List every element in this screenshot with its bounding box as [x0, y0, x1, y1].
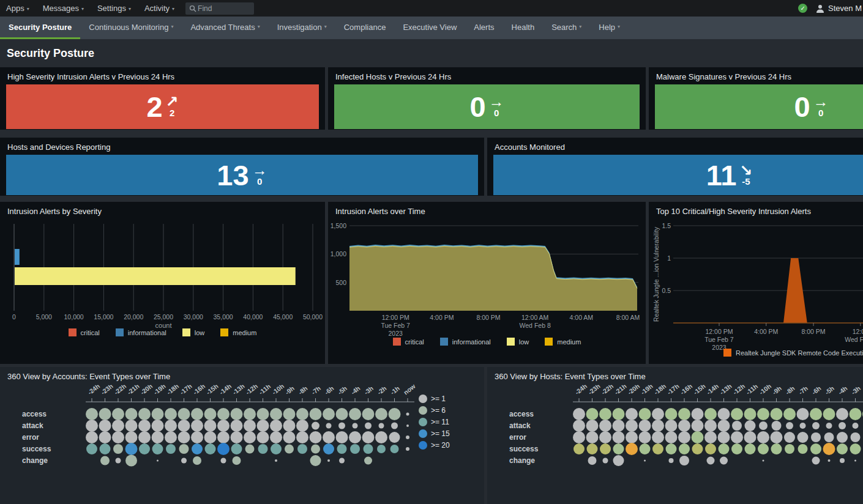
bubble-access--10h[interactable]	[757, 408, 769, 420]
bubble-error--19h[interactable]	[639, 431, 651, 443]
bubble-access--16h[interactable]	[678, 408, 690, 420]
bubble-attack--20h[interactable]	[138, 420, 151, 432]
bubble-error--9h[interactable]	[283, 431, 296, 443]
bubble-change--3h[interactable]	[854, 460, 856, 462]
bubble-attack--2h[interactable]	[379, 423, 384, 429]
bubble-access--3h[interactable]	[850, 408, 862, 420]
bubble-success--5h[interactable]	[337, 444, 347, 454]
bubble-error--15h[interactable]	[204, 431, 217, 443]
bubble-access--24h[interactable]	[86, 408, 98, 420]
bubble-success--23h[interactable]	[587, 443, 598, 454]
bubble-attack--15h[interactable]	[692, 420, 704, 432]
bubble-attack--20h[interactable]	[626, 420, 638, 432]
legend-item[interactable]: low	[507, 338, 529, 346]
bubble-error--3h[interactable]	[851, 432, 861, 442]
bubble-attack--16h[interactable]	[191, 420, 203, 432]
bubble-attack--5h[interactable]	[826, 423, 832, 429]
bubble-change--16h[interactable]	[679, 456, 689, 465]
bubble-attack--23h[interactable]	[586, 420, 599, 432]
tab-compliance[interactable]: Compliance	[335, 17, 395, 39]
tab-investigation[interactable]: Investigation▾	[269, 17, 335, 39]
bubble-error--22h[interactable]	[599, 431, 611, 443]
bubble-change--14h[interactable]	[707, 457, 715, 465]
bubble-error--17h[interactable]	[665, 431, 678, 443]
legend-item[interactable]: medium	[545, 338, 581, 346]
bubble-success--21h[interactable]	[613, 443, 624, 454]
bubble-error--21h[interactable]	[613, 431, 625, 443]
bubble-change--17h[interactable]	[669, 458, 674, 463]
menu-messages[interactable]: Messages▾	[43, 4, 84, 13]
bubble-success--20h[interactable]	[626, 443, 638, 455]
bubble-attack--22h[interactable]	[112, 420, 124, 432]
bubble-error--14h[interactable]	[217, 431, 230, 443]
bubble-change--10h[interactable]	[763, 460, 764, 462]
bubble-success--18h[interactable]	[652, 443, 663, 454]
bubble-attack--15h[interactable]	[204, 420, 217, 432]
bubble-change--17h[interactable]	[181, 458, 187, 464]
bubble-attack--6h[interactable]	[812, 422, 820, 429]
bubble-attack--17h[interactable]	[665, 420, 678, 432]
bubble-access--19h[interactable]	[152, 408, 164, 420]
bubble-attack--7h[interactable]	[800, 423, 806, 429]
bubble-change--14h[interactable]	[221, 458, 226, 464]
bubble-access--18h[interactable]	[165, 408, 177, 420]
bubble-access--8h[interactable]	[783, 408, 796, 420]
bubble-attack--3h[interactable]	[853, 423, 859, 429]
bubble-error--20h[interactable]	[626, 431, 638, 443]
bar-informational[interactable]	[15, 249, 20, 265]
kpi-accounts-monitored-value-block[interactable]: 11 ↘ -5	[493, 155, 863, 195]
bubble-access--21h[interactable]	[613, 408, 625, 420]
bubble-success--6h[interactable]	[810, 443, 821, 454]
bubble-change--13h[interactable]	[233, 456, 241, 465]
bubble-success--9h[interactable]	[771, 443, 782, 454]
bubble-error--24h[interactable]	[573, 431, 585, 443]
tab-advanced-threats[interactable]: Advanced Threats▾	[182, 17, 268, 39]
bubble-access--9h[interactable]	[283, 408, 296, 420]
bubble-error--12h[interactable]	[244, 431, 256, 443]
find-search-box[interactable]	[185, 2, 254, 15]
bubble-success--5h[interactable]	[823, 443, 835, 455]
bubble-success--11h[interactable]	[745, 443, 756, 454]
bubble-attack--12h[interactable]	[244, 420, 256, 432]
bubble-change--3h[interactable]	[364, 457, 372, 465]
bubble-access--20h[interactable]	[626, 408, 638, 420]
bubble-access--22h[interactable]	[112, 408, 124, 420]
bubble-change--16h[interactable]	[193, 456, 201, 465]
bubble-success--3h[interactable]	[364, 444, 373, 454]
bubble-success--10h[interactable]	[271, 443, 282, 454]
bubble-error--1h[interactable]	[389, 432, 400, 443]
bubble-success--17h[interactable]	[666, 443, 677, 454]
legend-item[interactable]: Realtek Jungle SDK Remote Code Execution…	[723, 349, 863, 357]
bubble-access-now[interactable]	[406, 413, 409, 416]
bubble-success--24h[interactable]	[573, 443, 585, 454]
legend-item[interactable]: medium	[220, 328, 256, 336]
bubble-attack--11h[interactable]	[257, 420, 269, 432]
bubble-success--17h[interactable]	[179, 444, 189, 454]
bubble-success--19h[interactable]	[640, 443, 651, 454]
kpi-infected-hosts-value-block[interactable]: 0 → 0	[334, 84, 640, 129]
bubble-access--4h[interactable]	[836, 408, 848, 420]
tab-health[interactable]: Health	[503, 17, 544, 39]
bubble-change--22h[interactable]	[116, 458, 121, 464]
bubble-access--24h[interactable]	[573, 408, 585, 420]
bubble-access--17h[interactable]	[665, 408, 678, 420]
bubble-attack--8h[interactable]	[296, 420, 308, 432]
bubble-access--5h[interactable]	[823, 408, 835, 420]
bubble-change--5h[interactable]	[828, 459, 831, 462]
bubble-attack--9h[interactable]	[283, 420, 296, 432]
bubble-attack--24h[interactable]	[86, 420, 98, 432]
menu-settings[interactable]: Settings▾	[97, 4, 131, 13]
bubble-access--7h[interactable]	[797, 408, 809, 420]
bubble-access--5h[interactable]	[336, 408, 348, 420]
bubble-success--11h[interactable]	[258, 444, 268, 454]
search-input[interactable]	[196, 4, 247, 13]
bubble-error--22h[interactable]	[112, 431, 124, 443]
bubble-success--22h[interactable]	[600, 443, 611, 454]
bubble-attack--22h[interactable]	[599, 420, 611, 432]
bubble-access--12h[interactable]	[244, 408, 256, 420]
bubble-error--5h[interactable]	[824, 432, 834, 442]
tab-search[interactable]: Search▾	[543, 17, 590, 39]
bubble-change--22h[interactable]	[603, 458, 608, 464]
bubble-attack--7h[interactable]	[312, 422, 319, 430]
bubble-access--23h[interactable]	[586, 408, 599, 420]
